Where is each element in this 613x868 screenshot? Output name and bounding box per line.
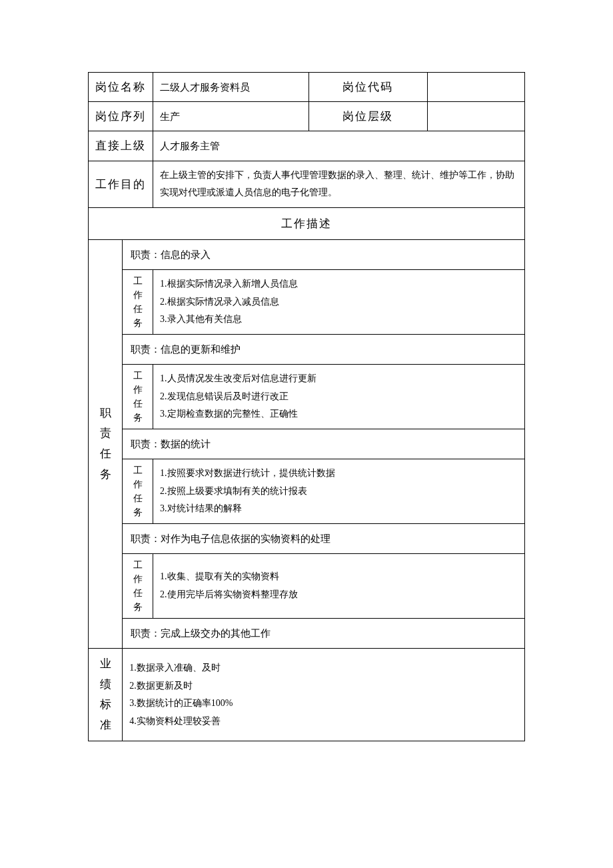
task-content-3: 1.收集、提取有关的实物资料2.使用完毕后将实物资料整理存放	[153, 553, 525, 618]
work-description-title: 工作描述	[89, 207, 525, 239]
position-series-value: 生产	[153, 102, 309, 131]
standards-content: 1.数据录入准确、及时2.数据更新及时3.数据统计的正确率100%4.实物资料处…	[123, 648, 525, 741]
standards-sidebar-label: 业 绩 标 准	[89, 648, 123, 741]
position-level-value	[427, 102, 525, 131]
task-label-3: 工作任务	[123, 553, 153, 618]
work-purpose-value: 在上级主管的安排下，负责人事代理管理数据的录入、整理、统计、维护等工作，协助实现…	[153, 161, 525, 207]
direct-superior-label: 直接上级	[89, 131, 153, 161]
position-series-label: 岗位序列	[89, 102, 153, 131]
duty-title-0: 职责：信息的录入	[123, 239, 525, 269]
duty-title-4: 职责：完成上级交办的其他工作	[123, 618, 525, 648]
duty-title-2: 职责：数据的统计	[123, 429, 525, 459]
task-content-1: 1.人员情况发生改变后对信息进行更新2.发现信息错误后及时进行改正3.定期检查数…	[153, 364, 525, 429]
task-content-2: 1.按照要求对数据进行统计，提供统计数据2.按照上级要求填制有关的统计报表3.对…	[153, 459, 525, 523]
duties-sidebar-label: 职 责 任 务	[89, 239, 123, 648]
task-label-2: 工作任务	[123, 459, 153, 523]
position-level-label: 岗位层级	[308, 102, 427, 131]
task-label-1: 工作任务	[123, 364, 153, 429]
duty-title-3: 职责：对作为电子信息依据的实物资料的处理	[123, 523, 525, 553]
position-name-label: 岗位名称	[89, 73, 153, 102]
direct-superior-value: 人才服务主管	[153, 131, 525, 161]
position-name-value: 二级人才服务资料员	[153, 73, 309, 102]
position-code-value	[427, 73, 525, 102]
job-description-table: 岗位名称 二级人才服务资料员 岗位代码 岗位序列 生产 岗位层级 直接上级 人才…	[88, 72, 525, 741]
duty-title-1: 职责：信息的更新和维护	[123, 334, 525, 364]
task-content-0: 1.根据实际情况录入新增人员信息2.根据实际情况录入减员信息3.录入其他有关信息	[153, 269, 525, 334]
position-code-label: 岗位代码	[308, 73, 427, 102]
work-purpose-label: 工作目的	[89, 161, 153, 207]
task-label-0: 工作任务	[123, 269, 153, 334]
